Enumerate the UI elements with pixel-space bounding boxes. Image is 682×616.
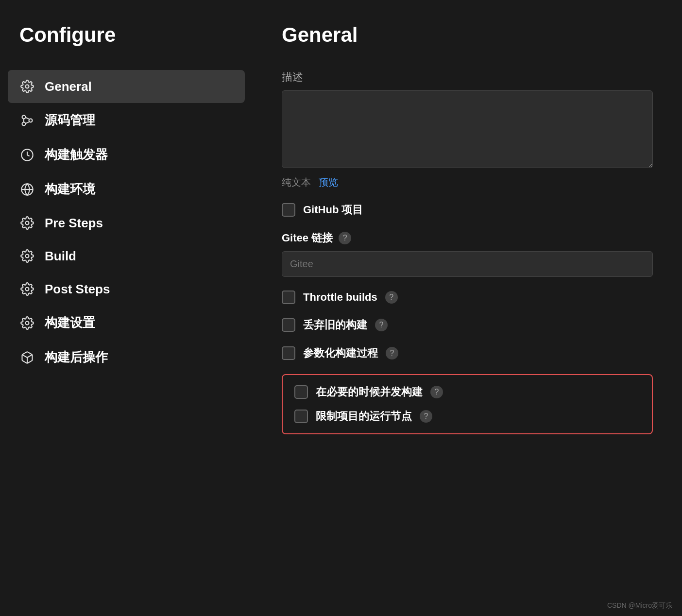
sidebar-item-trigger-label: 构建触发器	[45, 146, 108, 163]
box-icon	[19, 350, 35, 365]
svg-point-0	[26, 85, 29, 88]
text-mode-preview[interactable]: 预览	[319, 176, 338, 189]
discard-old-row: 丢弃旧的构建 ?	[282, 318, 653, 332]
text-mode-row: 纯文本 预览	[282, 176, 653, 189]
sidebar-item-env-label: 构建环境	[45, 181, 95, 198]
trigger-icon	[19, 147, 35, 163]
parameterized-help-badge[interactable]: ?	[386, 347, 398, 359]
parameterized-row: 参数化构建过程 ?	[282, 346, 653, 360]
gitee-link-label: Gitee 链接	[282, 231, 333, 245]
throttle-builds-label: Throttle builds	[303, 291, 377, 304]
discard-old-help-badge[interactable]: ?	[375, 319, 388, 331]
description-textarea[interactable]	[282, 90, 653, 168]
settings-icon	[19, 315, 35, 331]
gitee-input[interactable]	[282, 251, 653, 277]
parameterized-checkbox[interactable]	[282, 346, 295, 360]
sidebar-item-postbuild-label: 构建后操作	[45, 349, 108, 366]
gitee-help-badge[interactable]: ?	[339, 232, 351, 244]
restrict-nodes-row: 限制项目的运行节点 ?	[294, 409, 640, 424]
svg-point-1	[22, 115, 26, 119]
concurrent-help-badge[interactable]: ?	[430, 386, 443, 398]
svg-point-9	[26, 288, 29, 291]
sidebar-item-post-build[interactable]: 构建后操作	[8, 340, 245, 375]
discard-old-checkbox[interactable]	[282, 318, 295, 332]
highlighted-section: 在必要的时候并发构建 ? 限制项目的运行节点 ?	[282, 374, 653, 434]
throttle-help-badge[interactable]: ?	[385, 291, 398, 304]
sidebar-item-build[interactable]: Build	[8, 240, 245, 273]
concurrent-build-checkbox[interactable]	[294, 385, 308, 399]
sidebar-item-build-env[interactable]: 构建环境	[8, 172, 245, 206]
sidebar-item-build-label: Build	[45, 249, 76, 264]
github-project-row: GitHub 项目	[282, 203, 653, 217]
sidebar-item-general-label: General	[45, 79, 92, 94]
sidebar-item-poststeps-label: Post Steps	[45, 282, 110, 297]
sidebar-item-presteps-label: Pre Steps	[45, 216, 103, 231]
build-icon	[19, 248, 35, 264]
svg-point-10	[26, 321, 29, 325]
sidebar-item-post-steps[interactable]: Post Steps	[8, 273, 245, 306]
sidebar-item-build-trigger[interactable]: 构建触发器	[8, 137, 245, 172]
throttle-builds-row: Throttle builds ?	[282, 291, 653, 304]
svg-point-3	[29, 119, 33, 122]
gitee-label-row: Gitee 链接 ?	[282, 231, 653, 245]
sidebar-title: Configure	[0, 23, 253, 70]
parameterized-label: 参数化构建过程	[303, 346, 378, 360]
source-icon	[19, 113, 35, 128]
globe-icon	[19, 182, 35, 197]
discard-old-label: 丢弃旧的构建	[303, 318, 367, 332]
main-title: General	[282, 23, 653, 47]
concurrent-build-label: 在必要的时候并发构建	[316, 385, 423, 399]
restrict-nodes-label: 限制项目的运行节点	[316, 409, 412, 424]
throttle-builds-checkbox[interactable]	[282, 291, 295, 304]
sidebar-item-source-label: 源码管理	[45, 112, 95, 129]
text-mode-plain[interactable]: 纯文本	[282, 176, 311, 189]
github-project-label: GitHub 项目	[303, 203, 363, 217]
svg-point-8	[26, 255, 29, 258]
sidebar-item-pre-steps[interactable]: Pre Steps	[8, 206, 245, 240]
watermark: CSDN @Micro爱可乐	[607, 601, 672, 610]
github-project-checkbox[interactable]	[282, 203, 295, 217]
restrict-nodes-checkbox[interactable]	[294, 410, 308, 423]
sidebar-item-source-code[interactable]: 源码管理	[8, 103, 245, 137]
poststeps-icon	[19, 281, 35, 297]
sidebar: Configure General 源码管理	[0, 0, 253, 616]
sidebar-item-general[interactable]: General	[8, 70, 245, 103]
main-content: General 描述 纯文本 预览 GitHub 项目 Gitee 链接 ? T…	[253, 0, 682, 616]
sidebar-item-build-settings[interactable]: 构建设置	[8, 306, 245, 340]
svg-point-2	[22, 122, 26, 125]
restrict-nodes-help-badge[interactable]: ?	[420, 410, 432, 423]
sidebar-item-buildsettings-label: 构建设置	[45, 314, 95, 331]
concurrent-build-row: 在必要的时候并发构建 ?	[294, 385, 640, 399]
description-label: 描述	[282, 70, 653, 85]
svg-point-7	[26, 222, 29, 225]
gear-icon	[19, 79, 35, 94]
presteps-icon	[19, 215, 35, 231]
